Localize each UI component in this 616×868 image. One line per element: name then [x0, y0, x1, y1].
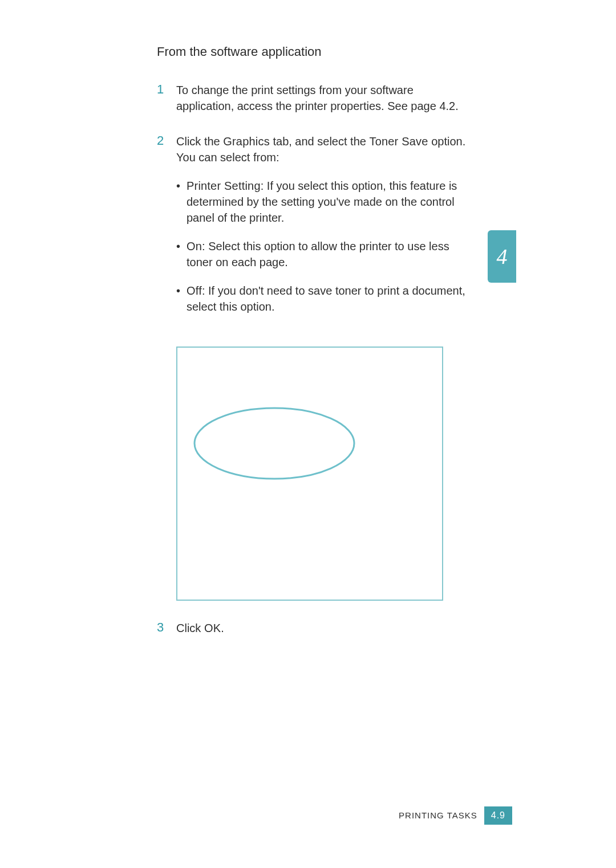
step-3-number: 3: [157, 620, 176, 635]
step-2-number: 2: [157, 133, 176, 148]
bullet-dot-icon: •: [176, 238, 180, 254]
screenshot-figure: [176, 347, 443, 601]
step-3: 3 Click OK.: [157, 620, 468, 636]
step-2-bullets: • Printer Setting: If you select this op…: [176, 178, 468, 315]
footer-section-label: PRINTING TASKS: [399, 806, 484, 825]
page-content: From the software application 1 To chang…: [157, 44, 468, 655]
bullet-dot-icon: •: [176, 178, 180, 194]
printer-setting-term: Printer Setting: [187, 180, 261, 192]
step-1-body: To change the print settings from your s…: [176, 82, 468, 114]
step-3-post: .: [221, 622, 224, 634]
chapter-tab-number: 4: [497, 244, 508, 269]
step-2-intro-b: tab, and select the: [270, 135, 370, 148]
on-text: : Select this option to allow the printe…: [187, 240, 449, 268]
bullet-dot-icon: •: [176, 283, 180, 299]
footer-right: PRINTING TASKS 4.9: [399, 806, 512, 825]
step-1: 1 To change the print settings from your…: [157, 82, 468, 114]
toner-save-term: Toner Save: [369, 135, 428, 148]
off-text: : If you don't need to save toner to pri…: [187, 284, 465, 313]
on-term: On: [187, 240, 202, 252]
step-2: 2 Click the Graphics tab, and select the…: [157, 133, 468, 327]
section-heading: From the software application: [157, 44, 468, 59]
ok-term: OK: [204, 622, 221, 634]
highlight-ellipse-icon: [177, 348, 440, 597]
step-1-number: 1: [157, 82, 176, 97]
footer-page-number: 4.9: [484, 806, 512, 825]
graphics-term: Graphics: [223, 135, 270, 148]
step-2-intro-a: Click the: [176, 135, 223, 148]
chapter-tab: 4: [488, 230, 516, 283]
bullet-printer-setting: • Printer Setting: If you select this op…: [176, 178, 468, 226]
step-3-pre: Click: [176, 622, 204, 634]
bullet-on: • On: Select this option to allow the pr…: [176, 238, 468, 270]
off-term: Off: [187, 284, 202, 297]
page-footer: PRINTING TASKS 4.9: [0, 805, 616, 825]
svg-point-0: [194, 408, 354, 479]
step-3-body: Click OK.: [176, 620, 468, 636]
bullet-off: • Off: If you don't need to save toner t…: [176, 283, 468, 315]
manual-page: From the software application 1 To chang…: [0, 0, 616, 868]
step-2-body: Click the Graphics tab, and select the T…: [176, 133, 468, 327]
